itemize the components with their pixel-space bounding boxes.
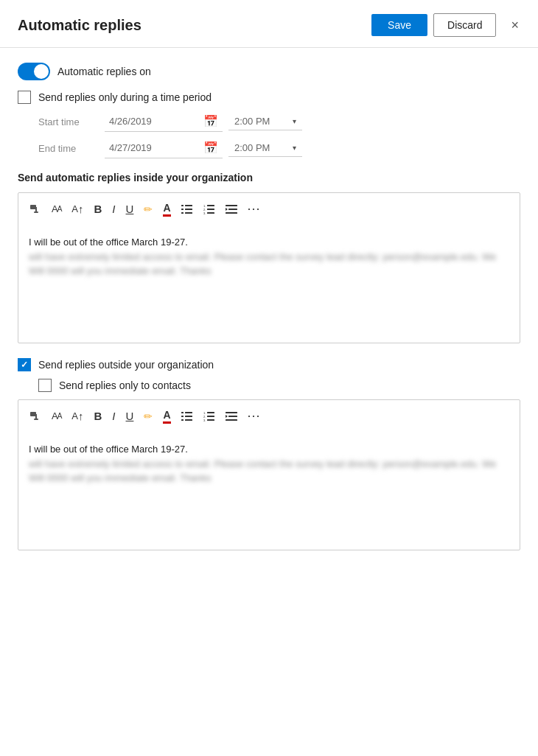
- start-time-row: Start time 4/26/2019 📅 2:00 PM ▾: [38, 111, 520, 132]
- end-time-value: 2:00 PM: [234, 142, 293, 153]
- end-calendar-icon: 📅: [203, 141, 218, 155]
- inside-org-editor[interactable]: AA A↑ B I U ✏ A: [18, 192, 520, 343]
- save-button[interactable]: Save: [371, 14, 427, 36]
- svg-rect-2: [34, 211, 38, 213]
- svg-rect-29: [207, 412, 214, 413]
- svg-text:3.: 3.: [203, 419, 206, 421]
- bold-button[interactable]: B: [91, 200, 106, 217]
- svg-marker-37: [226, 415, 228, 418]
- outside-org-row: Send replies outside your organization: [18, 358, 520, 371]
- italic-button[interactable]: I: [108, 200, 119, 217]
- end-time-row: End time 4/27/2019 📅 2:00 PM ▾: [38, 138, 520, 158]
- time-period-checkbox[interactable]: [18, 91, 31, 104]
- svg-rect-10: [207, 205, 214, 206]
- svg-rect-16: [228, 209, 237, 210]
- automatic-replies-toggle[interactable]: [18, 63, 50, 80]
- outside-org-editor[interactable]: AA A↑ B I U ✏ A: [18, 399, 520, 550]
- outside-format-painter-icon: [29, 410, 41, 422]
- start-time-chevron-icon: ▾: [293, 117, 296, 125]
- start-time-label: Start time: [38, 116, 105, 127]
- time-section: Start time 4/26/2019 📅 2:00 PM ▾ End tim…: [38, 111, 520, 158]
- svg-rect-21: [34, 419, 38, 420]
- end-date-value: 4/27/2019: [109, 142, 200, 153]
- svg-rect-0: [30, 205, 36, 209]
- svg-rect-4: [185, 205, 192, 206]
- contacts-only-checkbox[interactable]: [38, 379, 52, 392]
- start-time-value: 2:00 PM: [234, 116, 293, 127]
- start-calendar-icon: 📅: [203, 114, 218, 128]
- outside-org-editor-content[interactable]: I will be out of the office March 19-27.…: [18, 432, 520, 550]
- more-options-button[interactable]: ···: [244, 199, 265, 219]
- font-color-icon: A: [163, 202, 170, 217]
- end-date-field[interactable]: 4/27/2019 📅: [105, 138, 223, 158]
- svg-rect-14: [207, 212, 214, 214]
- svg-marker-18: [226, 208, 228, 211]
- discard-button[interactable]: Discard: [433, 13, 496, 37]
- end-time-dropdown[interactable]: 2:00 PM ▾: [228, 139, 302, 157]
- outside-font-color-icon: A: [163, 409, 170, 424]
- inside-org-toolbar: AA A↑ B I U ✏ A: [18, 193, 520, 225]
- svg-rect-33: [207, 419, 214, 421]
- outside-numbered-list-icon: 1. 2. 3.: [203, 411, 215, 421]
- outside-underline-button[interactable]: U: [122, 407, 138, 424]
- automatic-replies-toggle-row: Automatic replies on: [18, 63, 520, 80]
- outside-bold-button[interactable]: B: [91, 407, 106, 424]
- automatic-replies-label: Automatic replies on: [57, 66, 151, 77]
- svg-text:3.: 3.: [203, 211, 206, 214]
- inside-org-heading: Send automatic replies inside your organ…: [18, 172, 520, 183]
- outside-font-decrease-button[interactable]: AA: [48, 408, 65, 424]
- outside-more-options-button[interactable]: ···: [244, 406, 265, 426]
- start-date-value: 4/26/2019: [109, 116, 200, 127]
- inside-org-text: I will be out of the office March 19-27.: [29, 237, 188, 248]
- start-date-field[interactable]: 4/26/2019 📅: [105, 111, 223, 132]
- highlight-button[interactable]: ✏: [140, 201, 156, 217]
- svg-rect-15: [226, 205, 237, 206]
- underline-button[interactable]: U: [122, 200, 138, 217]
- inside-org-editor-content[interactable]: I will be out of the office March 19-27.…: [18, 225, 520, 343]
- svg-rect-17: [226, 212, 237, 214]
- outside-org-label: Send replies outside your organization: [38, 359, 214, 371]
- svg-rect-3: [181, 205, 184, 206]
- main-content: Automatic replies on Send replies only d…: [0, 48, 538, 580]
- outside-org-toolbar: AA A↑ B I U ✏ A: [18, 400, 520, 432]
- outside-indent-button[interactable]: [222, 409, 241, 424]
- outside-org-checkbox[interactable]: [18, 358, 31, 371]
- outside-font-color-button[interactable]: A: [159, 407, 174, 426]
- end-time-label: End time: [38, 143, 105, 154]
- outside-highlight-button[interactable]: ✏: [140, 408, 156, 424]
- page-title: Automatic replies: [18, 17, 371, 34]
- outside-numbered-list-button[interactable]: 1. 2. 3.: [200, 409, 219, 424]
- svg-rect-8: [185, 212, 192, 214]
- start-time-dropdown[interactable]: 2:00 PM ▾: [228, 113, 302, 130]
- svg-rect-31: [207, 416, 214, 417]
- inside-org-section: Send automatic replies inside your organ…: [18, 172, 520, 343]
- outside-org-blurred-text: will have extremely limited access to em…: [29, 457, 509, 486]
- end-time-chevron-icon: ▾: [293, 144, 296, 152]
- format-painter-button[interactable]: [26, 201, 45, 217]
- outside-bullet-list-button[interactable]: [178, 409, 197, 424]
- time-period-label: Send replies only during a time period: [38, 91, 212, 103]
- outside-font-increase-button[interactable]: A↑: [68, 407, 87, 424]
- numbered-list-button[interactable]: 1. 2. 3.: [200, 202, 219, 217]
- outside-format-painter-button[interactable]: [26, 408, 45, 424]
- bullet-list-icon: [181, 204, 193, 214]
- svg-rect-7: [181, 212, 184, 214]
- font-increase-button[interactable]: A↑: [68, 200, 87, 217]
- contacts-only-row: Send replies only to contacts: [38, 379, 520, 392]
- outside-indent-icon: [226, 411, 237, 421]
- font-color-button[interactable]: A: [159, 200, 174, 219]
- svg-rect-19: [30, 412, 36, 416]
- page-header: Automatic replies Save Discard ×: [0, 0, 538, 48]
- indent-button[interactable]: [222, 202, 241, 217]
- close-button[interactable]: ×: [506, 17, 523, 33]
- outside-org-text: I will be out of the office March 19-27.: [29, 444, 188, 455]
- bullet-list-button[interactable]: [178, 202, 197, 217]
- svg-rect-26: [181, 419, 184, 421]
- svg-rect-6: [185, 209, 192, 210]
- format-painter-icon: [29, 203, 41, 215]
- outside-italic-button[interactable]: I: [108, 407, 119, 424]
- svg-rect-5: [181, 209, 184, 210]
- font-decrease-button[interactable]: AA: [48, 201, 65, 217]
- contacts-only-label: Send replies only to contacts: [59, 379, 191, 391]
- svg-rect-27: [185, 419, 192, 421]
